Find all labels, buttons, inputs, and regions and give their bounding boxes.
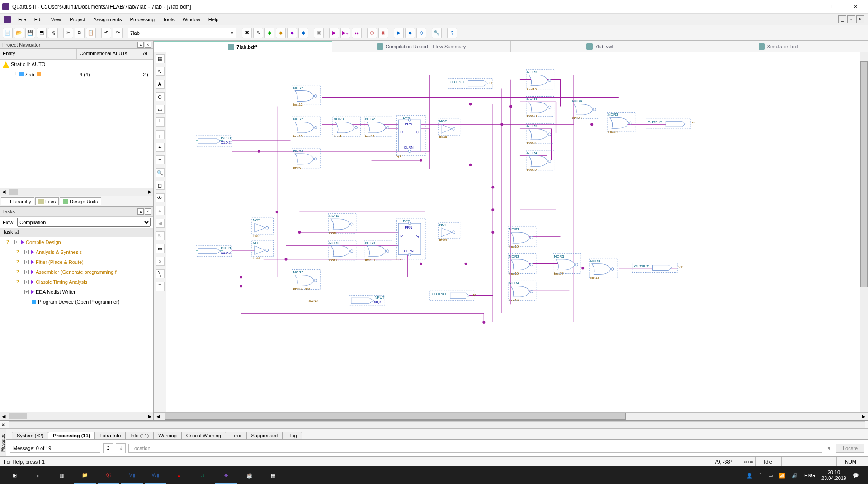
panel-close[interactable]: × — [145, 208, 151, 215]
col-al[interactable]: AL — [140, 49, 153, 59]
timing2-button[interactable]: ◉ — [378, 28, 388, 38]
message-tab[interactable]: Processing (11) — [48, 432, 95, 439]
tray-battery-icon[interactable]: ▭ — [768, 473, 773, 479]
tool-ortho[interactable]: └ — [156, 117, 165, 127]
scrollbar[interactable]: ◀▶ — [0, 188, 153, 196]
chip1-button[interactable]: ◆ — [405, 28, 415, 38]
tool-oval[interactable]: ○ — [156, 257, 165, 266]
messages-scrollbar[interactable] — [9, 421, 865, 428]
tool-pin[interactable]: ⊕ — [156, 92, 165, 101]
message-tab[interactable]: Error — [226, 432, 246, 439]
save-button[interactable]: 💾 — [25, 28, 35, 38]
play-button[interactable]: ▶ — [329, 28, 339, 38]
tool-gear4[interactable]: ◆ — [298, 28, 308, 38]
menu-assignments[interactable]: Assignments — [90, 15, 126, 23]
scrollbar[interactable]: ◀▶ — [0, 412, 153, 420]
tool-diag[interactable]: ┐ — [156, 130, 165, 139]
menu-edit[interactable]: Edit — [31, 15, 47, 23]
menu-tools[interactable]: Tools — [159, 15, 178, 23]
message-tab[interactable]: Extra Info — [94, 432, 126, 439]
tool-gear3[interactable]: ◆ — [287, 28, 297, 38]
tray-wifi-icon[interactable]: 📶 — [779, 473, 785, 479]
word-icon[interactable]: W▮ — [145, 466, 166, 484]
mdi-minimize[interactable]: _ — [838, 15, 846, 23]
tool-fliph[interactable]: ◀ — [156, 219, 165, 228]
playall-button[interactable]: ⏭ — [352, 28, 362, 38]
tool-pointer[interactable]: ↖ — [156, 67, 165, 76]
horizontal-scrollbar[interactable]: ◀▶ — [154, 412, 868, 420]
taskview-button[interactable]: ▥ — [51, 466, 72, 484]
message-tab[interactable]: Warning — [153, 432, 182, 439]
tool-arc[interactable]: ⌒ — [156, 282, 165, 291]
search-button[interactable]: ⌕ — [27, 466, 49, 484]
quartus-icon[interactable]: ◆ — [215, 466, 237, 484]
chip2-button[interactable]: ◇ — [416, 28, 426, 38]
message-tab[interactable]: Flag — [282, 432, 302, 439]
new-button[interactable]: 📄 — [3, 28, 13, 38]
cut-button[interactable]: ✂ — [63, 28, 73, 38]
help-button[interactable]: ? — [447, 28, 457, 38]
tab-files[interactable]: Files — [35, 197, 59, 205]
minimize-button[interactable]: ─ — [802, 0, 822, 14]
col-entity[interactable]: Entity — [0, 49, 77, 59]
start-button[interactable]: ⊞ — [4, 466, 25, 484]
col-aluts[interactable]: Combinational ALUTs — [77, 49, 140, 59]
yandex-icon[interactable]: Ⓨ — [98, 466, 119, 484]
panel-collapse[interactable]: ▴ — [137, 42, 144, 48]
task-node[interactable]: ?+Classic Timing Analysis — [0, 277, 153, 287]
panel-collapse[interactable]: ▴ — [137, 208, 144, 215]
message-tab[interactable]: System (42) — [12, 432, 48, 439]
tab-design-units[interactable]: Design Units — [60, 197, 101, 205]
tray-up-icon[interactable]: ˄ — [759, 473, 762, 479]
tool-gear2[interactable]: ◆ — [276, 28, 286, 38]
msg-next[interactable]: ↧ — [116, 443, 126, 453]
tool-rotate[interactable]: ↻ — [156, 231, 165, 240]
tool-fullscreen[interactable]: ◻ — [156, 181, 165, 190]
calc-icon[interactable]: ▦ — [262, 466, 284, 484]
copy-button[interactable]: ⧉ — [75, 28, 85, 38]
tray-volume-icon[interactable]: 🔊 — [792, 473, 798, 479]
explorer-icon[interactable]: 📁 — [74, 466, 96, 484]
close-button[interactable]: ✕ — [845, 0, 866, 14]
task-column-header[interactable]: Task ☑ — [0, 228, 153, 237]
task-node[interactable]: +EDA Netlist Writer — [0, 287, 153, 297]
task-node[interactable]: ?+Compile Design — [0, 237, 153, 247]
menu-help[interactable]: Help — [205, 15, 222, 23]
programmer-button[interactable]: 🔧 — [432, 28, 442, 38]
timing1-button[interactable]: ◷ — [367, 28, 377, 38]
task-node[interactable]: ?+Fitter (Place & Route) — [0, 257, 153, 267]
document-tab[interactable]: Compilation Report - Flow Summary — [332, 41, 511, 52]
tool-zoom[interactable]: 🔍 — [156, 168, 165, 177]
document-tab[interactable]: Simulator Tool — [689, 41, 868, 52]
message-tab[interactable]: Suppressed — [246, 432, 283, 439]
undo-button[interactable]: ↶ — [101, 28, 111, 38]
tray-lang[interactable]: ENG — [804, 473, 815, 478]
tool-find[interactable]: 👁 — [156, 193, 165, 202]
paste-button[interactable]: 📋 — [86, 28, 96, 38]
tool-rect[interactable]: ▭ — [156, 105, 165, 114]
tray-notifications-icon[interactable]: 💬 — [853, 473, 859, 479]
entity-row[interactable]: └ 7lab 4 (4) 2 ( — [0, 70, 153, 80]
tray-clock[interactable]: 20:1023.04.2019 — [821, 469, 846, 481]
3dsmax-icon[interactable]: 3 — [192, 466, 213, 484]
message-tab[interactable]: Critical Warning — [181, 432, 226, 439]
task-node[interactable]: ?+Analysis & Synthesis — [0, 247, 153, 257]
mdi-close[interactable]: × — [856, 15, 864, 23]
project-combo[interactable]: 7lab▼ — [128, 28, 236, 38]
menu-view[interactable]: View — [47, 15, 66, 23]
tab-hierarchy[interactable]: Hierarchy — [1, 197, 34, 205]
playto-button[interactable]: ▶₊ — [340, 28, 350, 38]
menu-file[interactable]: File — [14, 15, 30, 23]
mdi-restore[interactable]: ▫ — [847, 15, 855, 23]
visio-icon[interactable]: V▮ — [121, 466, 143, 484]
msg-prev[interactable]: ↥ — [103, 443, 113, 453]
open-button[interactable]: 📂 — [14, 28, 24, 38]
vertical-scrollbar[interactable] — [860, 52, 868, 412]
maximize-button[interactable]: ☐ — [823, 0, 844, 14]
document-tab[interactable]: 7lab.bdf* — [154, 41, 332, 52]
document-tab[interactable]: 7lab.vwf — [511, 41, 689, 52]
task-node[interactable]: ?+Assembler (Generate programming f — [0, 267, 153, 277]
messages-close[interactable]: × — [0, 422, 6, 427]
tool-rect2[interactable]: ▭ — [156, 244, 165, 253]
location-field[interactable]: Location: — [128, 444, 822, 453]
